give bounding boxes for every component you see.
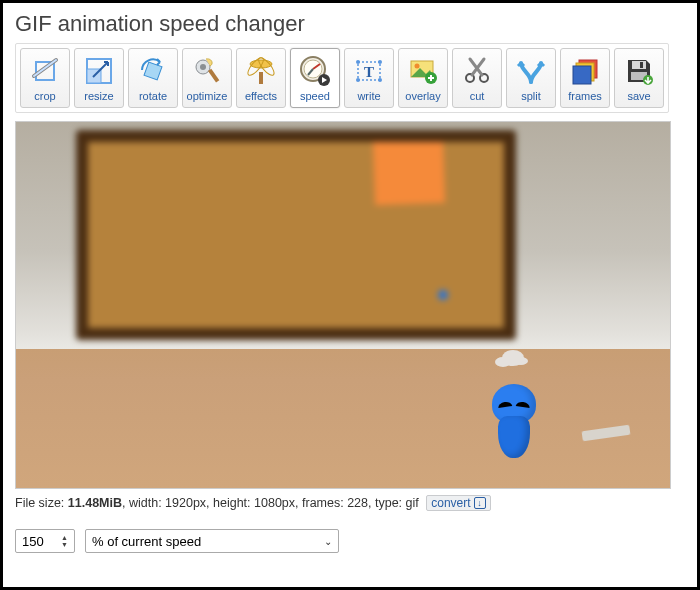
svg-rect-10 (259, 72, 263, 84)
split-icon (514, 54, 548, 88)
speed-controls: 150 ▲▼ % of current speed ⌄ (15, 529, 685, 553)
gif-preview (15, 121, 671, 489)
svg-point-18 (378, 78, 382, 82)
number-stepper-icon[interactable]: ▲▼ (61, 534, 68, 548)
svg-point-21 (415, 64, 420, 69)
type-value: gif (406, 496, 419, 510)
crop-icon (28, 54, 62, 88)
tool-frames[interactable]: frames (560, 48, 610, 108)
tool-rotate[interactable]: rotate (128, 48, 178, 108)
download-icon: ↓ (474, 497, 486, 509)
speed-unit-select[interactable]: % of current speed ⌄ (85, 529, 339, 553)
tool-label: resize (84, 90, 113, 102)
svg-point-16 (378, 60, 382, 64)
tool-label: write (357, 90, 380, 102)
frames-value: 228 (347, 496, 368, 510)
speed-value: 150 (22, 534, 44, 549)
speed-value-input[interactable]: 150 ▲▼ (15, 529, 75, 553)
convert-button[interactable]: convert ↓ (426, 495, 490, 511)
file-size-label: File size: (15, 496, 68, 510)
tool-label: overlay (405, 90, 440, 102)
save-icon (622, 54, 656, 88)
toolbar: crop resize rotat (15, 43, 669, 113)
tool-label: split (521, 90, 541, 102)
optimize-icon (190, 54, 224, 88)
tool-label: speed (300, 90, 330, 102)
tool-resize[interactable]: resize (74, 48, 124, 108)
width-label: , width: (122, 496, 165, 510)
speed-unit-selected: % of current speed (92, 534, 201, 549)
height-value: 1080px (254, 496, 295, 510)
preview-desk (16, 349, 670, 488)
height-label: , height: (206, 496, 254, 510)
tool-label: rotate (139, 90, 167, 102)
tool-speed[interactable]: speed (290, 48, 340, 108)
tool-write[interactable]: T write (344, 48, 394, 108)
tool-overlay[interactable]: overlay (398, 48, 448, 108)
rotate-icon (136, 54, 170, 88)
svg-text:T: T (364, 64, 374, 80)
svg-rect-3 (144, 62, 162, 80)
page-title: GIF animation speed changer (15, 11, 685, 37)
svg-point-17 (356, 78, 360, 82)
frames-label: , frames: (295, 496, 347, 510)
svg-rect-28 (632, 61, 646, 69)
frames-icon (568, 54, 602, 88)
tool-label: cut (470, 90, 485, 102)
convert-label: convert (431, 496, 470, 510)
tool-crop[interactable]: crop (20, 48, 70, 108)
svg-point-15 (356, 60, 360, 64)
tool-cut[interactable]: cut (452, 48, 502, 108)
resize-icon (82, 54, 116, 88)
tool-label: effects (245, 90, 277, 102)
svg-point-5 (200, 64, 206, 70)
preview-smoke (502, 350, 524, 366)
svg-rect-27 (573, 66, 591, 84)
preview-character (488, 372, 540, 458)
type-label: , type: (368, 496, 406, 510)
chevron-down-icon: ⌄ (324, 536, 332, 547)
file-size-value: 11.48MiB (68, 496, 122, 510)
svg-rect-6 (208, 69, 219, 83)
tool-effects[interactable]: effects (236, 48, 286, 108)
file-info: File size: 11.48MiB, width: 1920px, heig… (15, 495, 685, 511)
overlay-icon (406, 54, 440, 88)
tool-label: save (627, 90, 650, 102)
svg-rect-29 (640, 62, 643, 68)
write-icon: T (352, 54, 386, 88)
tool-optimize[interactable]: optimize (182, 48, 232, 108)
tool-label: crop (34, 90, 55, 102)
width-value: 1920px (165, 496, 206, 510)
preview-corkboard (76, 130, 516, 340)
effects-icon (244, 54, 278, 88)
tool-label: optimize (187, 90, 228, 102)
cut-icon (460, 54, 494, 88)
speed-icon (298, 54, 332, 88)
tool-label: frames (568, 90, 602, 102)
tool-save[interactable]: save (614, 48, 664, 108)
tool-split[interactable]: split (506, 48, 556, 108)
